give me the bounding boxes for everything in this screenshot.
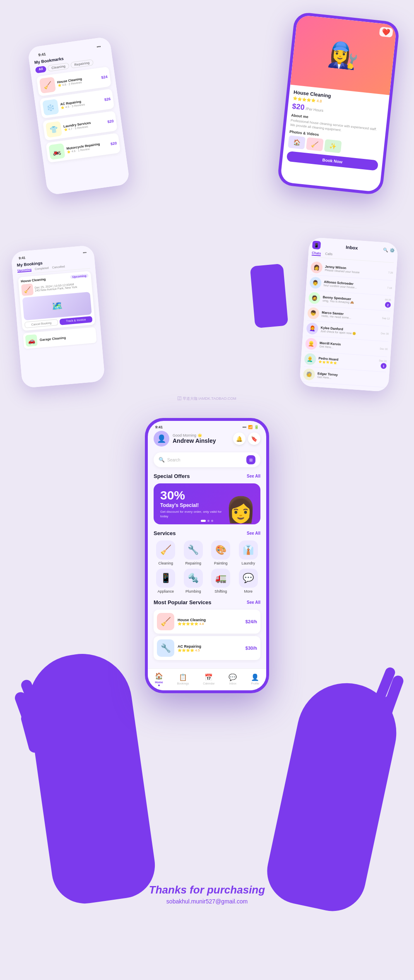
laundry-label: Laundry <box>241 561 255 565</box>
chats-tab[interactable]: Chats <box>312 251 321 256</box>
nav-profile[interactable]: 👤 Profile <box>251 673 259 685</box>
price-unit: /Per Hours <box>306 107 324 113</box>
tab-all[interactable]: All <box>35 66 47 74</box>
phone-detail: 👩‍🔧 ❤️ House Cleaning ⭐⭐⭐⭐⭐ 4.8 $20 /Per… <box>277 12 400 195</box>
filter-button[interactable]: ⊞ <box>246 455 255 464</box>
nav-home[interactable]: 🏠 Home <box>155 672 163 686</box>
signal-icon: ▪▪▪ <box>242 425 246 429</box>
track-invoice-button[interactable]: Track & Invoice <box>60 316 93 325</box>
service-cleaning[interactable]: 🧹 Cleaning <box>154 540 178 565</box>
dot-2 <box>211 520 213 522</box>
popular-title-2: AC Repairing <box>178 644 242 649</box>
header-actions: 🔔 🔖 <box>233 432 260 445</box>
popular-price-2: $30/h <box>246 646 257 651</box>
shifting-label: Shifting <box>214 589 227 593</box>
decorative-block <box>250 264 289 328</box>
item-thumb: ❄️ <box>42 99 59 116</box>
chat-avatar: 👩‍🦰 <box>306 322 318 335</box>
chat-avatar: 🧔 <box>308 292 321 304</box>
header-user: 👤 Good Morning 🌟 Andrew Ainsley <box>154 431 216 447</box>
repairing-icon: 🔧 <box>184 540 203 560</box>
more-icon: 💬 <box>239 569 258 588</box>
tab-cleaning[interactable]: Cleaning <box>48 62 70 72</box>
search-bar[interactable]: 🔍 Search ⊞ <box>154 452 260 467</box>
main-time: 9:41 <box>155 425 163 429</box>
status-time: 9:41 <box>38 52 46 57</box>
inbox-title: Inbox <box>346 245 358 250</box>
services-see-all[interactable]: See All <box>247 531 260 536</box>
tab-cancelled[interactable]: Cancelled <box>52 265 65 270</box>
profile-label: Profile <box>251 682 259 685</box>
calls-tab[interactable]: Calls <box>325 252 333 257</box>
repairing-label: Repairing <box>185 561 201 565</box>
service-laundry[interactable]: 👔 Laundry <box>236 540 261 565</box>
phone-bookings: 9:41 ▪▪▪ My Bookings Upcoming Completed … <box>11 245 105 388</box>
notification-button[interactable]: 🔔 <box>233 432 246 445</box>
offer-desc: Get discount for every order, only valid… <box>160 509 222 519</box>
calendar-icon: 📅 <box>205 673 213 681</box>
popular-rating-2: ⭐⭐⭐⭐ 4.5 <box>178 649 242 652</box>
thanks-text: Thanks for purchasing <box>149 884 265 896</box>
appliance-label: Appliance <box>157 589 174 593</box>
services-row-1: 🧹 Cleaning 🔧 Repairing 🎨 Painting <box>154 540 260 565</box>
user-avatar[interactable]: 👤 <box>154 431 169 447</box>
battery-icon: 🔋 <box>254 425 259 429</box>
popular-title-1: House Cleaning <box>178 618 242 622</box>
painting-label: Painting <box>214 561 228 565</box>
dot-1 <box>207 520 209 522</box>
search-icon: 🔍 <box>159 457 165 463</box>
next-service-label: Garage Cleaning <box>39 336 66 342</box>
filter-icon[interactable]: ⚙️ <box>390 248 395 253</box>
shifting-icon: 🚛 <box>211 569 230 588</box>
offer-banner: 30% Today's Special! Get discount for ev… <box>154 483 260 524</box>
service-painting[interactable]: 🎨 Painting <box>209 540 233 565</box>
item-thumb: 👕 <box>46 121 63 138</box>
cancel-booking-button[interactable]: Cancel Booking <box>24 319 58 328</box>
special-offers-header: Special Offers See All <box>154 473 260 479</box>
plumbing-icon: 🔩 <box>184 569 203 588</box>
chat-avatar: 🧓 <box>303 368 315 381</box>
chat-avatar: 👩 <box>310 261 323 274</box>
offer-title: Today's Special! <box>160 502 254 508</box>
popular-item-1[interactable]: 🧹 House Cleaning ⭐⭐⭐⭐⭐ 4.8 $24/h <box>154 610 260 634</box>
special-offers-see-all[interactable]: See All <box>247 474 260 478</box>
service-plumbing[interactable]: 🔩 Plumbing <box>181 569 206 593</box>
phone-main-screen: 9:41 ▪▪▪ 📶 🔋 👤 <box>148 421 266 690</box>
bookings-nav-icon: 📋 <box>179 673 187 681</box>
phone-bookmarks: 9:41 ▪▪▪ My Bookmarks All Cleaning Repai… <box>27 36 130 195</box>
plumbing-label: Plumbing <box>185 589 201 593</box>
dot-active <box>201 520 206 522</box>
bookmark-button[interactable]: 🔖 <box>248 432 260 445</box>
service-price: $20 <box>292 102 305 112</box>
nav-calendar[interactable]: 📅 Calendar <box>203 673 214 685</box>
service-appliance[interactable]: 📱 Appliance <box>154 569 178 593</box>
service-repairing[interactable]: 🔧 Repairing <box>181 540 206 565</box>
phone-main-shell: 9:41 ▪▪▪ 📶 🔋 👤 <box>145 418 269 693</box>
favorite-btn[interactable]: ❤️ <box>379 26 393 37</box>
tab-completed[interactable]: Completed <box>35 267 49 271</box>
tab-upcoming[interactable]: Upcoming <box>17 268 32 273</box>
popular-title: Most Popular Services <box>154 599 211 605</box>
service-more[interactable]: 💬 More <box>236 569 261 593</box>
item-thumb: 🧹 <box>39 77 56 94</box>
profile-icon: 👤 <box>251 673 259 681</box>
services-title: Services <box>154 530 176 536</box>
popular-icon-1: 🧹 <box>157 613 174 630</box>
main-header: 👤 Good Morning 🌟 Andrew Ainsley 🔔 🔖 <box>154 431 260 447</box>
bookings-nav-label: Bookings <box>177 682 189 685</box>
popular-see-all[interactable]: See All <box>247 600 260 605</box>
booking-status: Upcoming <box>70 274 89 279</box>
nav-inbox[interactable]: 💬 Inbox <box>229 673 237 685</box>
service-shifting[interactable]: 🚛 Shifting <box>209 569 233 593</box>
inbox-nav-icon: 💬 <box>229 673 237 681</box>
popular-item-2[interactable]: 🔧 AC Repairing ⭐⭐⭐⭐ 4.5 $30/h <box>154 636 260 660</box>
cleaning-icon: 🧹 <box>156 540 175 560</box>
tab-repairing[interactable]: Repairing <box>70 59 94 68</box>
search-icon[interactable]: 🔍 <box>383 247 388 252</box>
offer-percent: 30% <box>160 489 254 502</box>
nav-bookings[interactable]: 📋 Bookings <box>177 673 189 685</box>
home-icon: 🏠 <box>155 672 163 680</box>
chat-avatar: 👱 <box>305 338 318 350</box>
unread-badge: 1 <box>380 363 387 369</box>
phone-main-container: 9:41 ▪▪▪ 📶 🔋 👤 <box>145 418 269 693</box>
